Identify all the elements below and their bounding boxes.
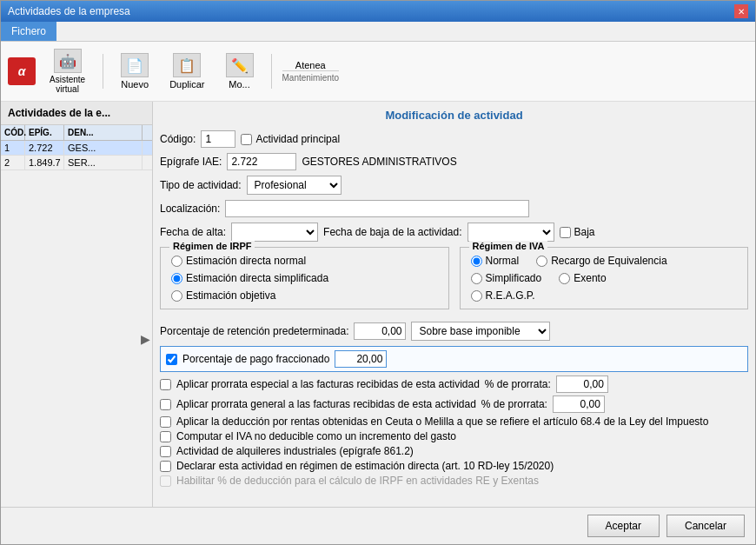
- nuevo-button[interactable]: 📄 Nuevo: [114, 50, 156, 93]
- baja-label[interactable]: Baja: [560, 226, 595, 238]
- aceptar-button[interactable]: Aceptar: [587, 515, 660, 537]
- cancelar-button[interactable]: Cancelar: [666, 515, 745, 537]
- asistente-label: Asistentevirtual: [50, 75, 85, 94]
- expand-arrow[interactable]: ▶: [141, 332, 150, 346]
- atenea-icon: α: [8, 57, 36, 85]
- epigrafe-row: Epígrafe IAE: GESTORES ADMINISTRATIVOS: [160, 153, 748, 170]
- codigo-label: Código:: [160, 133, 196, 145]
- prorrata-especial-row: Aplicar prorrata especial a las facturas…: [160, 376, 748, 393]
- localizacion-input[interactable]: [225, 200, 529, 217]
- right-panel: Modificación de actividad Código: Activi…: [153, 102, 755, 507]
- modificar-button[interactable]: ✏️ Mo...: [219, 50, 261, 93]
- deduccion-ceuta-checkbox[interactable]: [160, 416, 171, 428]
- epigrafe-input[interactable]: [227, 153, 296, 170]
- nuevo-icon: 📄: [121, 53, 149, 77]
- prorrata-general-suffix: % de prorrata:: [481, 398, 547, 410]
- tipo-actividad-label: Tipo de actividad:: [160, 179, 242, 191]
- fraccionado-input[interactable]: [335, 350, 387, 368]
- iva-exento[interactable]: Exento: [559, 272, 606, 284]
- prorrata-general-label: Aplicar prorrata general a las facturas …: [176, 398, 476, 410]
- irpf-option-2[interactable]: Estimación directa simplificada: [171, 272, 438, 284]
- irpf-option-1[interactable]: Estimación directa normal: [171, 255, 438, 267]
- localizacion-row: Localización:: [160, 200, 748, 217]
- fecha-baja-label: Fecha de baja de la actividad:: [323, 226, 461, 238]
- habilitar-pct-checkbox[interactable]: [160, 475, 171, 487]
- baja-text: Baja: [574, 226, 595, 238]
- alquileres-label: Actividad de alquileres industriales (ep…: [176, 445, 414, 457]
- iva-radio-recargo[interactable]: [536, 256, 547, 267]
- iva-recargo[interactable]: Recargo de Equivalencia: [536, 255, 666, 267]
- irpf-label-1: Estimación directa normal: [186, 255, 306, 267]
- sobre-base-select[interactable]: Sobre base imponible Sobre cuota: [411, 322, 550, 341]
- irpf-radio-3[interactable]: [171, 290, 182, 302]
- prorrata-especial-suffix: % de prorrata:: [485, 378, 551, 390]
- fraccionado-checkbox[interactable]: [166, 354, 177, 365]
- iva-normal-label: Normal: [486, 255, 520, 267]
- modificar-icon: ✏️: [226, 53, 254, 77]
- duplicar-button[interactable]: 📋 Duplicar: [162, 50, 211, 93]
- asistente-icon: 🤖: [54, 49, 82, 73]
- irpf-label-2: Estimación directa simplificada: [186, 272, 328, 284]
- baja-checkbox[interactable]: [560, 227, 571, 238]
- deduccion-ceuta-label: Aplicar la deducción por rentas obtenida…: [176, 415, 708, 428]
- close-button[interactable]: ✕: [734, 4, 748, 18]
- iva-options: Normal Recargo de Equivalencia Simplific…: [471, 255, 738, 302]
- actividad-principal-text: Actividad principal: [255, 133, 340, 145]
- actividad-principal-label[interactable]: Actividad principal: [241, 133, 340, 145]
- irpf-options: Estimación directa normal Estimación dir…: [171, 255, 438, 302]
- iva-recargo-label: Recargo de Equivalencia: [551, 255, 666, 267]
- left-panel: Actividades de la e... CÓD. EPÍG. DEN...…: [1, 102, 153, 507]
- prorrata-especial-checkbox[interactable]: [160, 379, 171, 390]
- iva-reagp[interactable]: R.E.A.G.P.: [471, 289, 535, 302]
- iva-radio-exento[interactable]: [559, 273, 570, 284]
- actividad-principal-checkbox[interactable]: [241, 134, 252, 145]
- row1-den: GES...: [64, 141, 143, 155]
- main-window: Actividades de la empresa ✕ Fichero α 🤖 …: [0, 0, 756, 545]
- codigo-input[interactable]: [201, 130, 235, 148]
- main-content: Actividades de la e... CÓD. EPÍG. DEN...…: [1, 102, 755, 507]
- iva-simplificado[interactable]: Simplificado: [471, 272, 542, 284]
- iva-radio-simplificado[interactable]: [471, 273, 482, 284]
- fecha-alta-select[interactable]: [231, 223, 318, 242]
- expand-area: ▶: [1, 170, 152, 507]
- retencion-row: Porcentaje de retención predeterminada: …: [160, 322, 748, 341]
- est-directa-checkbox[interactable]: [160, 461, 171, 472]
- iva-normal[interactable]: Normal: [471, 255, 520, 267]
- irpf-radio-2[interactable]: [171, 273, 182, 284]
- row2-code: 2: [1, 156, 25, 169]
- tipo-actividad-select[interactable]: Profesional Empresarial Arrendamiento: [247, 176, 342, 195]
- left-panel-title: Actividades de la e...: [1, 102, 152, 125]
- fecha-baja-select[interactable]: [468, 223, 554, 242]
- iva-radio-normal[interactable]: [471, 256, 482, 267]
- prorrata-general-pct[interactable]: [553, 395, 605, 413]
- modificar-label: Mo...: [229, 79, 249, 90]
- iva-no-deducible-label: Computar el IVA no deducible como un inc…: [176, 430, 456, 442]
- iva-title: Régimen de IVA: [469, 241, 548, 251]
- fraccionado-row: Porcentaje de pago fraccionado: [160, 346, 748, 372]
- prorrata-especial-pct[interactable]: [556, 376, 608, 393]
- est-directa-label: Declarar esta actividad en régimen de es…: [176, 460, 554, 472]
- epigrafe-label: Epígrafe IAE:: [160, 156, 222, 168]
- table-row[interactable]: 2 1.849.7 SER...: [1, 156, 152, 170]
- asistente-button[interactable]: 🤖 Asistentevirtual: [43, 45, 92, 97]
- irpf-option-3[interactable]: Estimación objetiva: [171, 289, 438, 302]
- row2-den: SER...: [64, 156, 143, 169]
- mantenimiento-label: Mantenimiento: [282, 70, 340, 83]
- prorrata-general-checkbox[interactable]: [160, 399, 171, 410]
- alquileres-checkbox[interactable]: [160, 446, 171, 457]
- nuevo-label: Nuevo: [121, 79, 149, 90]
- table-row[interactable]: 1 2.722 GES...: [1, 141, 152, 156]
- fechas-row: Fecha de alta: Fecha de baja de la activ…: [160, 223, 748, 242]
- retencion-input[interactable]: [354, 322, 406, 340]
- iva-reagp-label: R.E.A.G.P.: [486, 289, 535, 302]
- window-title: Actividades de la empresa: [8, 5, 130, 17]
- titlebar: Actividades de la empresa ✕: [1, 1, 755, 22]
- irpf-group: Régimen de IRPF Estimación directa norma…: [160, 247, 449, 309]
- regime-groups: Régimen de IRPF Estimación directa norma…: [160, 247, 748, 315]
- irpf-radio-1[interactable]: [171, 256, 182, 267]
- iva-no-deducible-checkbox[interactable]: [160, 431, 171, 442]
- iva-group: Régimen de IVA Normal Recargo de Equival…: [460, 247, 749, 309]
- epigrafe-desc: GESTORES ADMINISTRATIVOS: [302, 156, 456, 168]
- iva-radio-reagp[interactable]: [471, 290, 482, 302]
- menu-item-fichero[interactable]: Fichero: [1, 22, 56, 41]
